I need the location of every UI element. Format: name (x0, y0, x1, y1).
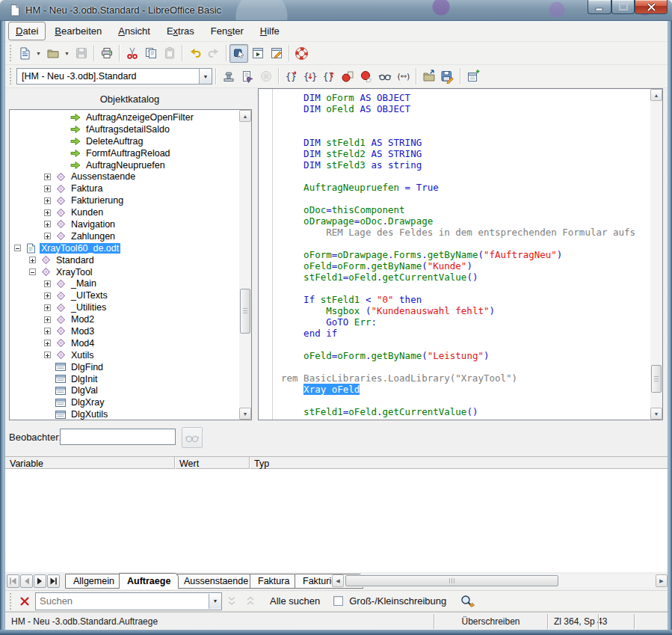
tree-item-_Main[interactable]: _Main (10, 277, 238, 289)
tree-item-AuftragNeupruefen[interactable]: AuftragNeupruefen (10, 159, 238, 171)
search-all-button[interactable]: Alle suchen (270, 595, 320, 607)
code-line[interactable]: oFeld=oForm.getByName("Leistung") (281, 350, 650, 361)
menu-ansicht[interactable]: Ansicht (111, 22, 158, 40)
expand-icon[interactable] (44, 352, 51, 358)
scrollbar-thumb[interactable] (651, 365, 662, 393)
tab-aussenstaende[interactable]: Aussenstaende (176, 574, 256, 589)
code-line[interactable] (281, 395, 650, 406)
code-line[interactable]: oForm=oDrawpage.Forms.getByName("fAuftra… (281, 249, 650, 260)
scrollbar-thumb[interactable] (345, 575, 558, 586)
step-out-button[interactable]: {} (319, 67, 338, 86)
manage-modules-button[interactable] (463, 67, 482, 86)
code-line[interactable]: oDrawpage=oDoc.Drawpage (281, 215, 650, 227)
toolbar-grip[interactable] (7, 68, 13, 85)
tree-item-Zahlungen[interactable]: Zahlungen (10, 230, 238, 242)
cut-button[interactable] (123, 44, 141, 63)
tree-item-_UITexts[interactable]: _UITexts (10, 289, 238, 301)
code-line[interactable]: REM Lage des Feldes in dem entsprechende… (281, 227, 650, 238)
vertical-splitter[interactable] (252, 88, 258, 420)
code-line[interactable] (281, 361, 650, 372)
expand-icon[interactable] (44, 185, 51, 192)
expand-icon[interactable] (44, 233, 51, 239)
tree-item-DlgXray[interactable]: DlgXray (10, 396, 238, 408)
scroll-down-button[interactable]: ▼ (650, 408, 662, 420)
code-line[interactable] (281, 193, 650, 204)
tree-item-Xutils[interactable]: Xutils (10, 349, 238, 361)
column-wert[interactable]: Wert (175, 458, 249, 469)
library-combobox[interactable]: [HM - Neu -3.odb].Standard ▼ (16, 68, 212, 85)
scroll-up-button[interactable]: ▲ (650, 89, 662, 101)
open-button[interactable] (43, 44, 62, 63)
horizontal-splitter[interactable] (5, 420, 668, 426)
code-line[interactable]: stFeld1=oFeld.getCurrentValue() (281, 406, 650, 417)
code-line[interactable] (281, 126, 650, 137)
collapse-icon[interactable] (14, 245, 21, 251)
column-variable[interactable]: Variable (5, 458, 174, 469)
watch-table-body[interactable] (5, 469, 668, 572)
breakpoint-gutter[interactable] (259, 89, 273, 420)
undo-button[interactable] (185, 44, 204, 63)
run-dialog-button[interactable] (248, 44, 267, 63)
code-line[interactable]: DIM stFeld1 AS STRING (281, 137, 650, 148)
close-button[interactable] (635, 0, 668, 14)
tree-item-FormfAuftragReload[interactable]: FormfAuftragReload (10, 147, 238, 159)
previous-tab-button[interactable] (20, 574, 33, 588)
expand-icon[interactable] (44, 304, 51, 311)
editor-scrollbar[interactable]: ▲ ▼ (650, 89, 662, 420)
search-input[interactable] (36, 595, 209, 607)
redo-button[interactable] (204, 44, 223, 63)
tab-allgemein[interactable]: Allgemein (65, 574, 123, 589)
tree-item-Faktura[interactable]: Faktura (10, 182, 238, 194)
next-tab-button[interactable] (34, 574, 46, 588)
code-line[interactable]: stFeld1=oFeld.getCurrentValue() (281, 272, 650, 283)
code-line[interactable] (281, 283, 650, 294)
code-line[interactable]: Xray oFeld (281, 384, 650, 395)
print-button[interactable] (97, 44, 116, 63)
new-document-button[interactable] (15, 44, 34, 63)
tree-item-Mod4[interactable]: Mod4 (10, 337, 238, 349)
tree-item-Navigation[interactable]: Navigation (10, 218, 238, 230)
code-line[interactable]: end if (281, 328, 650, 339)
scrollbar-thumb[interactable] (240, 289, 250, 334)
import-source-button[interactable] (419, 67, 438, 86)
code-line[interactable]: AuftragNeupruefen = True (281, 182, 650, 193)
match-case-checkbox[interactable] (333, 596, 343, 606)
search-combobox[interactable]: ▼ (35, 592, 222, 610)
tree-item-Mod3[interactable]: Mod3 (10, 325, 238, 337)
tree-item-Mod2[interactable]: Mod2 (10, 313, 238, 325)
find-and-replace-button[interactable] (458, 592, 477, 610)
tree-item-DeleteAuftrag[interactable]: DeleteAuftrag (10, 135, 238, 147)
code-line[interactable]: DIM stFeld3 as string (281, 159, 650, 171)
title-bar[interactable]: HM - Neu -3.odb.Standard - LibreOffice B… (0, 0, 672, 21)
code-line[interactable]: rem BasicLibraries.LoadLibrary("XrayTool… (281, 372, 650, 384)
tree-item-DlgVal[interactable]: DlgVal (10, 384, 238, 396)
menu-bearbeiten[interactable]: Bearbeiten (47, 22, 109, 40)
tree-item-Aussenstaende[interactable]: Aussenstaende (10, 171, 238, 182)
run-button[interactable] (238, 67, 256, 86)
code-line[interactable]: oDoc=thisComponent (281, 204, 650, 215)
dialog-editor-button[interactable] (267, 44, 286, 63)
watch-enable-button[interactable] (182, 427, 203, 448)
tab-auftraege[interactable]: Auftraege (119, 573, 179, 589)
tree-item-Fakturierung[interactable]: Fakturierung (10, 194, 238, 206)
tree-item-DlgFind[interactable]: DlgFind (10, 361, 238, 373)
code-line[interactable] (281, 171, 650, 182)
toolbar-grip[interactable] (7, 593, 13, 610)
code-line[interactable]: DIM oForm AS OBJECT (281, 92, 650, 103)
find-next-button[interactable] (222, 592, 241, 610)
scroll-up-button[interactable]: ▲ (239, 110, 251, 122)
help-button[interactable] (292, 44, 311, 63)
column-typ[interactable]: Typ (250, 458, 474, 469)
stop-button[interactable] (256, 67, 275, 86)
tree-scrollbar[interactable]: ▲ ▼ (239, 110, 251, 420)
toggle-breakpoint-button[interactable] (338, 67, 357, 86)
tree-item-fAuftragsdetailSaldo[interactable]: fAuftragsdetailSaldo (10, 123, 238, 135)
scroll-right-button[interactable]: ▶ (656, 574, 668, 587)
library-dropdown[interactable]: ▼ (199, 69, 212, 84)
tree-item-DlgInit[interactable]: DlgInit (10, 373, 238, 385)
collapse-icon[interactable] (29, 269, 36, 275)
expand-icon[interactable] (44, 209, 51, 216)
code-line[interactable]: If stFeld1 < "0" then (281, 294, 650, 305)
menu-extras[interactable]: Extras (159, 22, 202, 40)
expand-icon[interactable] (44, 292, 51, 299)
